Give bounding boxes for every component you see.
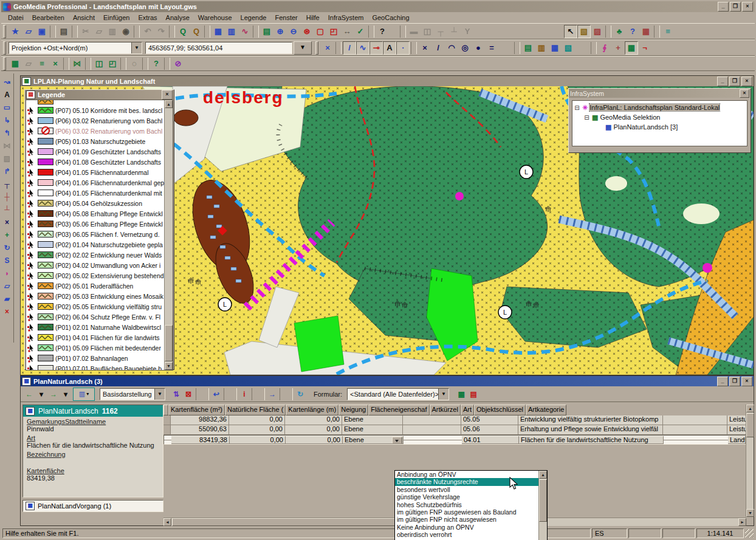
cell-artkategorie[interactable]: Leistungsfäh (727, 425, 746, 435)
scroll-up-icon[interactable]: ▲ (539, 471, 547, 479)
dropdown-option[interactable]: im gültigen FNP nicht ausgewiesen (395, 516, 539, 523)
zoom-in-icon[interactable]: ⊕ (273, 25, 287, 38)
map-canvas[interactable]: L L L delsberg ▤ Legende × (21, 86, 754, 375)
zoom-out-icon[interactable]: ⊖ (287, 25, 300, 38)
record-field-label[interactable]: Art (27, 434, 159, 442)
undo-icon[interactable]: ↶ (141, 25, 154, 38)
pan-icon[interactable]: ↔ (340, 25, 354, 38)
fence-icon[interactable]: ◌ (128, 57, 141, 70)
paste-icon[interactable]: ▥ (106, 25, 119, 38)
projection-combobox[interactable]: Projektion +Ost;+Nord(m) ▼ (9, 42, 142, 54)
view-mode-button[interactable]: ▥▾ (73, 388, 95, 401)
coordinate-dropdown-button[interactable]: ▼ (294, 41, 312, 55)
legend-item[interactable]: (P02) 05.02 Extensivierung bestehend (26, 270, 165, 281)
table-vscroll-thumb[interactable] (746, 413, 754, 437)
legend-item-partial[interactable] (26, 100, 165, 105)
column-header[interactable]: Objektschlüssel (474, 405, 526, 415)
legend-item[interactable]: (P04) 05.04 Gehölzsukzession (26, 198, 165, 208)
leader-line-icon[interactable]: ↳ (1, 114, 13, 126)
data-close-button[interactable]: × (741, 377, 752, 386)
menu-analyse[interactable]: Analyse (162, 13, 194, 22)
legend-scroll-thumb[interactable] (165, 325, 173, 361)
menu-ansicht[interactable]: Ansicht (69, 13, 99, 22)
tree-expand-icon[interactable]: ⊟ (574, 104, 580, 111)
column-header[interactable]: Neigung (338, 405, 368, 415)
menu-hilfe[interactable]: Hilfe (302, 13, 324, 22)
display-style-combobox[interactable]: Basisdarstellung ▼ (100, 388, 165, 400)
new-data-window-icon[interactable]: ▥ (225, 25, 238, 38)
tree-item-geomedia-selektion[interactable]: ⊟ ▦ GeoMedia Selektion (574, 112, 746, 122)
row-selector-cell[interactable] (163, 425, 171, 435)
select-features-icon[interactable]: ▨ (591, 25, 604, 38)
legend-item[interactable]: (P04) 01.08 Geschützter Landschafts (26, 157, 165, 167)
combo-arrow-icon[interactable]: ▼ (131, 43, 142, 53)
filter-region-icon[interactable]: ▧ (562, 41, 575, 55)
open-geoworkspace-icon[interactable]: ▱ (22, 25, 35, 38)
toolbar-grip[interactable] (3, 25, 6, 38)
legend-close-button[interactable]: × (162, 90, 173, 100)
cell-flaecheneigenschaft[interactable] (403, 415, 461, 425)
delete-vertex-icon[interactable]: × (418, 41, 431, 55)
export-table-icon[interactable]: → (266, 388, 278, 400)
fit-all-icon[interactable]: ▢ (314, 25, 327, 38)
cell-kartenflaeche[interactable]: 83419,38 (171, 436, 230, 444)
delete-feature-icon[interactable]: × (1, 305, 13, 318)
legend-item[interactable]: (P07) 05.10 Korridore mit bes. landscl (26, 105, 165, 115)
delete-node-icon[interactable]: × (1, 216, 13, 228)
scroll-right-icon[interactable]: ► (738, 518, 746, 526)
merge-rows-icon[interactable]: Y (461, 25, 474, 38)
display-properties-icon[interactable]: ▦ (455, 388, 467, 400)
resize-grip[interactable] (745, 529, 754, 538)
smooth-curve-icon[interactable]: ∮ (598, 41, 611, 55)
cell-artkategorie[interactable]: Landwirtschf (728, 436, 746, 444)
offset-copy-icon[interactable]: ▰ (1, 292, 13, 305)
menu-einfuegen[interactable]: Einfügen (99, 13, 134, 22)
cell-artkuerzel[interactable]: 05.06 (461, 425, 518, 435)
select-graphics-icon[interactable]: ▧ (577, 25, 591, 38)
cell-artkuerzel[interactable]: 05.05 (461, 415, 518, 425)
cell-artkategorie[interactable]: Leistungsfäh (727, 415, 746, 425)
cascade-windows-icon[interactable]: ◫ (92, 57, 106, 70)
toolbar-grip[interactable] (315, 41, 318, 55)
record-info-icon[interactable]: i (238, 388, 250, 400)
delete-record-icon[interactable]: ⊠ (182, 388, 194, 400)
legend-item[interactable]: (P01) 05.09 Flächen mit bedeutender (26, 343, 165, 353)
help-mode-icon[interactable]: ? (376, 25, 389, 38)
row-selector-cell[interactable] (163, 415, 171, 425)
dropdown-scroll-thumb[interactable] (539, 479, 547, 522)
cell-natuerliche-flaeche[interactable]: 0,00 (230, 436, 286, 444)
draw-ellipse-icon[interactable]: ● (472, 41, 485, 55)
menu-extras[interactable]: Extras (134, 13, 161, 22)
cell-artkuerzel[interactable]: 04.01 (462, 436, 519, 444)
column-header[interactable]: Kartenfläche (m²) (168, 405, 225, 415)
help-topics-icon[interactable]: ? (149, 57, 163, 70)
cell-natuerliche-flaeche[interactable]: 0,00 (229, 425, 285, 435)
parallel-lines-icon[interactable]: = (485, 41, 498, 55)
table-vertical-scrollbar[interactable]: ▲ ▼ (746, 405, 754, 517)
reshape-element-icon[interactable]: S (1, 254, 13, 267)
scroll-up-icon[interactable]: ▲ (165, 100, 173, 108)
menu-bearbeiten[interactable]: Bearbeiten (28, 13, 69, 22)
dropdown-option[interactable]: oberirdisch verrohrt (395, 531, 539, 538)
cell-objektschluessel[interactable] (664, 440, 728, 440)
related-table-panel[interactable]: ▦ PlanNatLandVorgang (1) (22, 500, 163, 512)
cell-kartenflaeche[interactable]: 98832,36 (171, 415, 229, 425)
redraw-icon[interactable]: ✓ (354, 25, 367, 38)
insert-query-icon[interactable]: ? (626, 25, 639, 38)
delete-category-icon[interactable]: × (49, 57, 62, 70)
categories-icon[interactable]: ≡ (35, 57, 49, 70)
table-row[interactable]: 98832,36 0,00 0,00 Ebene 05.05 Entwicklu… (163, 415, 746, 425)
legend-item[interactable]: (P02) 04.02 Umwandlung von Acker i (26, 260, 165, 270)
save-geoworkspace-icon[interactable]: ▣ (35, 25, 49, 38)
app-close-button[interactable]: × (742, 2, 753, 12)
select-columns-icon[interactable]: ▤ (467, 388, 479, 400)
legend-item[interactable]: (P04) 01.06 Flächennaturdenkmal gep (26, 177, 165, 188)
dropdown-scrollbar[interactable]: ▲ ▼ (538, 471, 547, 540)
cell-kartenflaeche[interactable]: 55090,63 (171, 425, 229, 435)
column-header[interactable] (163, 405, 168, 415)
legend-item[interactable]: (P02) 05.05 Entwicklung vielfältig stru (26, 301, 165, 312)
join-icon[interactable]: ⋈ (70, 57, 84, 70)
undo-edit-icon[interactable]: ↩ (210, 388, 222, 400)
form-combobox[interactable]: <Standard (Alle Datenfelder)> ▼ (347, 388, 449, 400)
snapshot-icon[interactable]: ◉ (119, 25, 132, 38)
